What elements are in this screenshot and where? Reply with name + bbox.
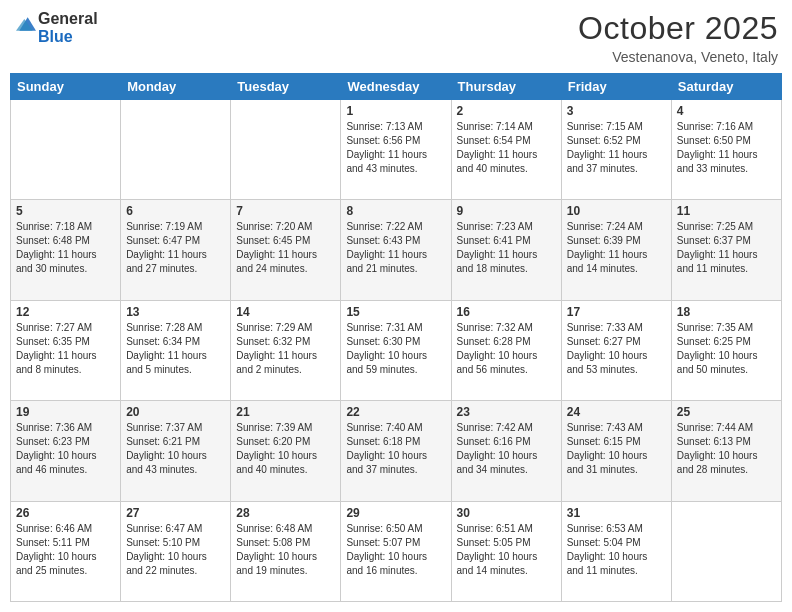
day-info: Sunrise: 7:14 AM Sunset: 6:54 PM Dayligh… bbox=[457, 120, 556, 176]
day-number: 18 bbox=[677, 305, 776, 319]
day-number: 22 bbox=[346, 405, 445, 419]
calendar-cell bbox=[121, 100, 231, 200]
logo-blue-text: Blue bbox=[38, 28, 98, 46]
column-header-tuesday: Tuesday bbox=[231, 74, 341, 100]
calendar-cell: 22Sunrise: 7:40 AM Sunset: 6:18 PM Dayli… bbox=[341, 401, 451, 501]
calendar-cell bbox=[671, 501, 781, 601]
calendar-cell bbox=[11, 100, 121, 200]
page: General Blue October 2025 Vestenanova, V… bbox=[0, 0, 792, 612]
day-info: Sunrise: 7:44 AM Sunset: 6:13 PM Dayligh… bbox=[677, 421, 776, 477]
calendar-cell: 2Sunrise: 7:14 AM Sunset: 6:54 PM Daylig… bbox=[451, 100, 561, 200]
calendar-cell: 14Sunrise: 7:29 AM Sunset: 6:32 PM Dayli… bbox=[231, 300, 341, 400]
calendar-cell: 17Sunrise: 7:33 AM Sunset: 6:27 PM Dayli… bbox=[561, 300, 671, 400]
calendar-cell: 12Sunrise: 7:27 AM Sunset: 6:35 PM Dayli… bbox=[11, 300, 121, 400]
calendar-cell: 10Sunrise: 7:24 AM Sunset: 6:39 PM Dayli… bbox=[561, 200, 671, 300]
day-number: 6 bbox=[126, 204, 225, 218]
day-info: Sunrise: 7:22 AM Sunset: 6:43 PM Dayligh… bbox=[346, 220, 445, 276]
title-block: October 2025 Vestenanova, Veneto, Italy bbox=[578, 10, 778, 65]
day-info: Sunrise: 7:20 AM Sunset: 6:45 PM Dayligh… bbox=[236, 220, 335, 276]
day-info: Sunrise: 6:46 AM Sunset: 5:11 PM Dayligh… bbox=[16, 522, 115, 578]
logo-icon bbox=[16, 14, 36, 34]
day-info: Sunrise: 7:36 AM Sunset: 6:23 PM Dayligh… bbox=[16, 421, 115, 477]
calendar-cell: 8Sunrise: 7:22 AM Sunset: 6:43 PM Daylig… bbox=[341, 200, 451, 300]
day-info: Sunrise: 7:32 AM Sunset: 6:28 PM Dayligh… bbox=[457, 321, 556, 377]
day-info: Sunrise: 7:13 AM Sunset: 6:56 PM Dayligh… bbox=[346, 120, 445, 176]
day-number: 14 bbox=[236, 305, 335, 319]
day-number: 10 bbox=[567, 204, 666, 218]
day-info: Sunrise: 7:25 AM Sunset: 6:37 PM Dayligh… bbox=[677, 220, 776, 276]
day-info: Sunrise: 7:40 AM Sunset: 6:18 PM Dayligh… bbox=[346, 421, 445, 477]
calendar-cell: 31Sunrise: 6:53 AM Sunset: 5:04 PM Dayli… bbox=[561, 501, 671, 601]
day-number: 23 bbox=[457, 405, 556, 419]
day-info: Sunrise: 7:27 AM Sunset: 6:35 PM Dayligh… bbox=[16, 321, 115, 377]
day-number: 30 bbox=[457, 506, 556, 520]
calendar-header-row: SundayMondayTuesdayWednesdayThursdayFrid… bbox=[11, 74, 782, 100]
calendar-cell: 26Sunrise: 6:46 AM Sunset: 5:11 PM Dayli… bbox=[11, 501, 121, 601]
calendar-cell: 20Sunrise: 7:37 AM Sunset: 6:21 PM Dayli… bbox=[121, 401, 231, 501]
calendar-cell: 4Sunrise: 7:16 AM Sunset: 6:50 PM Daylig… bbox=[671, 100, 781, 200]
day-info: Sunrise: 7:33 AM Sunset: 6:27 PM Dayligh… bbox=[567, 321, 666, 377]
month-title: October 2025 bbox=[578, 10, 778, 47]
calendar-cell: 24Sunrise: 7:43 AM Sunset: 6:15 PM Dayli… bbox=[561, 401, 671, 501]
column-header-wednesday: Wednesday bbox=[341, 74, 451, 100]
calendar-week-row: 1Sunrise: 7:13 AM Sunset: 6:56 PM Daylig… bbox=[11, 100, 782, 200]
day-number: 29 bbox=[346, 506, 445, 520]
calendar-cell: 23Sunrise: 7:42 AM Sunset: 6:16 PM Dayli… bbox=[451, 401, 561, 501]
day-number: 4 bbox=[677, 104, 776, 118]
calendar-cell: 18Sunrise: 7:35 AM Sunset: 6:25 PM Dayli… bbox=[671, 300, 781, 400]
day-number: 8 bbox=[346, 204, 445, 218]
calendar-cell: 25Sunrise: 7:44 AM Sunset: 6:13 PM Dayli… bbox=[671, 401, 781, 501]
day-number: 5 bbox=[16, 204, 115, 218]
column-header-monday: Monday bbox=[121, 74, 231, 100]
calendar-table: SundayMondayTuesdayWednesdayThursdayFrid… bbox=[10, 73, 782, 602]
calendar-cell: 3Sunrise: 7:15 AM Sunset: 6:52 PM Daylig… bbox=[561, 100, 671, 200]
day-info: Sunrise: 7:28 AM Sunset: 6:34 PM Dayligh… bbox=[126, 321, 225, 377]
day-info: Sunrise: 7:39 AM Sunset: 6:20 PM Dayligh… bbox=[236, 421, 335, 477]
day-info: Sunrise: 7:18 AM Sunset: 6:48 PM Dayligh… bbox=[16, 220, 115, 276]
calendar-cell: 29Sunrise: 6:50 AM Sunset: 5:07 PM Dayli… bbox=[341, 501, 451, 601]
calendar-cell: 1Sunrise: 7:13 AM Sunset: 6:56 PM Daylig… bbox=[341, 100, 451, 200]
day-number: 24 bbox=[567, 405, 666, 419]
calendar-week-row: 26Sunrise: 6:46 AM Sunset: 5:11 PM Dayli… bbox=[11, 501, 782, 601]
day-info: Sunrise: 6:53 AM Sunset: 5:04 PM Dayligh… bbox=[567, 522, 666, 578]
day-number: 21 bbox=[236, 405, 335, 419]
calendar-cell: 19Sunrise: 7:36 AM Sunset: 6:23 PM Dayli… bbox=[11, 401, 121, 501]
day-info: Sunrise: 6:50 AM Sunset: 5:07 PM Dayligh… bbox=[346, 522, 445, 578]
calendar-cell: 5Sunrise: 7:18 AM Sunset: 6:48 PM Daylig… bbox=[11, 200, 121, 300]
calendar-cell: 6Sunrise: 7:19 AM Sunset: 6:47 PM Daylig… bbox=[121, 200, 231, 300]
day-number: 28 bbox=[236, 506, 335, 520]
day-number: 7 bbox=[236, 204, 335, 218]
day-number: 15 bbox=[346, 305, 445, 319]
day-info: Sunrise: 7:31 AM Sunset: 6:30 PM Dayligh… bbox=[346, 321, 445, 377]
day-number: 13 bbox=[126, 305, 225, 319]
calendar-cell: 15Sunrise: 7:31 AM Sunset: 6:30 PM Dayli… bbox=[341, 300, 451, 400]
calendar-cell: 28Sunrise: 6:48 AM Sunset: 5:08 PM Dayli… bbox=[231, 501, 341, 601]
calendar-week-row: 12Sunrise: 7:27 AM Sunset: 6:35 PM Dayli… bbox=[11, 300, 782, 400]
day-info: Sunrise: 7:19 AM Sunset: 6:47 PM Dayligh… bbox=[126, 220, 225, 276]
day-number: 11 bbox=[677, 204, 776, 218]
day-info: Sunrise: 7:24 AM Sunset: 6:39 PM Dayligh… bbox=[567, 220, 666, 276]
day-number: 2 bbox=[457, 104, 556, 118]
header: General Blue October 2025 Vestenanova, V… bbox=[10, 10, 782, 65]
day-info: Sunrise: 7:16 AM Sunset: 6:50 PM Dayligh… bbox=[677, 120, 776, 176]
day-number: 1 bbox=[346, 104, 445, 118]
calendar-cell: 13Sunrise: 7:28 AM Sunset: 6:34 PM Dayli… bbox=[121, 300, 231, 400]
calendar-cell: 11Sunrise: 7:25 AM Sunset: 6:37 PM Dayli… bbox=[671, 200, 781, 300]
day-info: Sunrise: 7:23 AM Sunset: 6:41 PM Dayligh… bbox=[457, 220, 556, 276]
day-number: 25 bbox=[677, 405, 776, 419]
day-info: Sunrise: 7:35 AM Sunset: 6:25 PM Dayligh… bbox=[677, 321, 776, 377]
day-number: 3 bbox=[567, 104, 666, 118]
day-number: 12 bbox=[16, 305, 115, 319]
day-number: 26 bbox=[16, 506, 115, 520]
day-info: Sunrise: 6:48 AM Sunset: 5:08 PM Dayligh… bbox=[236, 522, 335, 578]
calendar-cell: 16Sunrise: 7:32 AM Sunset: 6:28 PM Dayli… bbox=[451, 300, 561, 400]
day-number: 9 bbox=[457, 204, 556, 218]
calendar-week-row: 5Sunrise: 7:18 AM Sunset: 6:48 PM Daylig… bbox=[11, 200, 782, 300]
day-number: 17 bbox=[567, 305, 666, 319]
day-number: 19 bbox=[16, 405, 115, 419]
column-header-saturday: Saturday bbox=[671, 74, 781, 100]
calendar-cell: 21Sunrise: 7:39 AM Sunset: 6:20 PM Dayli… bbox=[231, 401, 341, 501]
day-number: 31 bbox=[567, 506, 666, 520]
day-info: Sunrise: 7:43 AM Sunset: 6:15 PM Dayligh… bbox=[567, 421, 666, 477]
calendar-cell bbox=[231, 100, 341, 200]
